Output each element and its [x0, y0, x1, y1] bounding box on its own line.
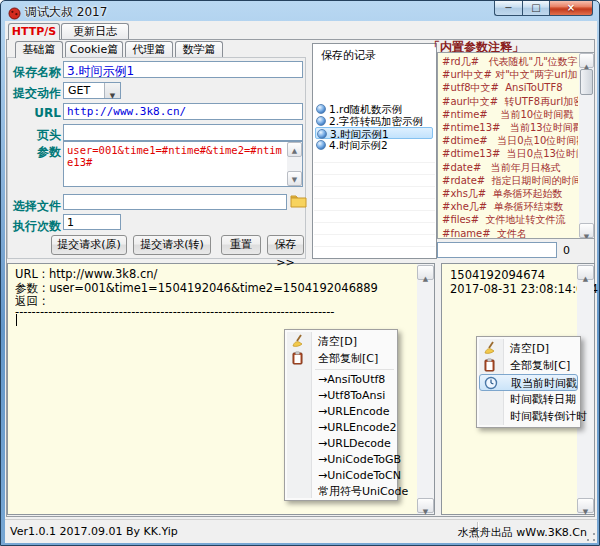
menu-item-unicodetocn[interactable]: →UniCodeToCN	[285, 468, 397, 484]
reference-panel[interactable]: #rd几# 代表随机"几"位数字 #url中文# 对"中文"两字url加密 #u…	[437, 52, 595, 239]
reference-line: #date# 当前年月日格式	[442, 161, 578, 174]
method-select[interactable]: GET	[63, 82, 121, 99]
record-label: 2.字符转码加密示例	[329, 115, 423, 127]
menu-item-urlencode[interactable]: →URLEncode	[285, 404, 397, 420]
url-input[interactable]: http://www.3k8.cn/	[63, 103, 303, 120]
records-empty-rows	[314, 151, 435, 257]
tab-cookie[interactable]: Cookie篇	[65, 41, 123, 57]
tab-basic[interactable]: 基础篇	[15, 41, 63, 58]
scroll-up-icon[interactable]	[577, 265, 594, 280]
reference-line: #aurl中文# 转UTF8再url加密	[442, 95, 578, 108]
save-button[interactable]: 保存>>	[267, 235, 304, 255]
reference-line: #url中文# 对"中文"两字url加密	[442, 68, 578, 81]
submit-raw-button[interactable]: 提交请求(原)	[51, 235, 127, 255]
tab-proxy[interactable]: 代理篇	[125, 41, 173, 57]
menu-item-label: 常用符号UniCode	[318, 485, 408, 498]
status-bar: Ver1.0.1 2017.09.01 By KK.Yip 水煮舟出品 wWw.…	[5, 519, 597, 543]
folder-icon	[290, 194, 307, 208]
scroll-down-icon[interactable]	[417, 498, 434, 513]
clock-icon	[484, 376, 498, 390]
counter-value: 0	[563, 244, 570, 257]
maximize-button[interactable]: □	[522, 1, 549, 16]
menu-item-urldecode[interactable]: →URLDecode	[285, 436, 397, 452]
result-scrollbar[interactable]	[417, 264, 434, 514]
record-item-selected[interactable]: 3.时间示例1	[315, 127, 433, 139]
text-cursor	[16, 314, 17, 326]
record-icon	[317, 129, 327, 139]
counter-input[interactable]	[437, 242, 557, 258]
count-label: 执行次数	[9, 218, 61, 235]
menu-item-label: 全部复制[C]	[318, 352, 378, 365]
menu-item-label: →URLDecode	[318, 437, 391, 450]
record-item[interactable]: 2.字符转码加密示例	[315, 115, 433, 127]
minimize-button[interactable]: −	[494, 1, 522, 16]
reference-line: #dtime# 当日0点10位时间戳	[442, 134, 578, 147]
resize-grip-icon[interactable]	[586, 532, 596, 542]
header-label: 页头	[9, 127, 61, 144]
reference-line: #fname# 文件名	[442, 227, 578, 239]
scroll-up-icon[interactable]	[287, 142, 302, 157]
close-button[interactable]: ×	[549, 1, 593, 16]
menu-item-copy-all[interactable]: 全部复制[C]	[285, 350, 397, 367]
menu-item-utf8toansi[interactable]: →Utf8ToAnsi	[285, 388, 397, 404]
menu-item-clear[interactable]: 清空[D]	[285, 333, 397, 350]
scroll-up-icon[interactable]	[417, 265, 434, 280]
params-textarea[interactable]: user=001&time1=#ntime#&time2=#ntime13#	[63, 141, 303, 187]
clipboard-icon	[291, 351, 305, 365]
menu-item-label: 时间戳转日期	[510, 393, 576, 406]
menu-item-label: 清空[D]	[510, 342, 549, 355]
record-icon	[316, 104, 326, 114]
window-controls: − □ ×	[494, 1, 593, 16]
context-menu-output: 清空[D] 全部复制[C] →AnsiToUtf8 →Utf8ToAnsi →U…	[284, 329, 398, 501]
reference-line: #files# 文件地址转文件流	[442, 213, 578, 226]
reference-scrollbar[interactable]	[579, 53, 594, 238]
menu-item-timestamp-to-date[interactable]: 时间戳转日期	[477, 391, 580, 408]
window-title: 调试大叔 2017	[25, 4, 107, 21]
record-item[interactable]: 4.时间示例2	[315, 139, 433, 151]
menu-item-label: →UniCodeToGB	[318, 453, 401, 466]
tab-https[interactable]: HTTP/S	[8, 23, 60, 40]
save-name-input[interactable]: 3.时间示例1	[63, 61, 303, 78]
count-input[interactable]: 1	[63, 214, 121, 230]
reference-line: #xhs几# 单条循环起始数	[442, 187, 578, 200]
result-params-line: 参数 : user=001&time1=1504192046&time2=150…	[15, 282, 415, 296]
tab-update-log[interactable]: 更新日志	[61, 23, 129, 39]
menu-item-ansitoutf8[interactable]: →AnsiToUtf8	[285, 372, 397, 388]
menu-item-timestamp-countdown[interactable]: 时间戳转倒计时	[477, 408, 580, 425]
browse-file-button[interactable]	[290, 193, 308, 209]
record-item[interactable]: 1.rd随机数示例	[315, 103, 433, 115]
menu-item-clear[interactable]: 清空[D]	[477, 340, 580, 357]
method-value: GET	[68, 84, 90, 97]
menu-item-common-unicode[interactable]: 常用符号UniCode	[285, 484, 397, 500]
reference-line: #rdate# 指定日期时间的时间戳	[442, 174, 578, 187]
scroll-down-icon[interactable]	[287, 171, 302, 186]
scroll-down-icon[interactable]	[579, 223, 594, 238]
menu-item-label: →Utf8ToAnsi	[318, 389, 385, 402]
submit-converted-button[interactable]: 提交请求(转)	[133, 235, 211, 255]
menu-item-get-current-timestamp[interactable]: 取当前时间戳	[479, 374, 578, 391]
menu-item-unicodetogb[interactable]: →UniCodeToGB	[285, 452, 397, 468]
scroll-thumb[interactable]	[580, 69, 593, 95]
chevron-down-icon[interactable]	[104, 83, 120, 98]
menu-item-label: →URLEncode2	[318, 421, 397, 434]
reference-line: #rd几# 代表随机"几"位数字	[442, 55, 578, 68]
menu-item-copy-all[interactable]: 全部复制[C]	[477, 357, 580, 374]
menu-item-label: 时间戳转倒计时	[510, 410, 587, 423]
reference-lines: #rd几# 代表随机"几"位数字 #url中文# 对"中文"两字url加密 #u…	[442, 55, 578, 239]
tab-math[interactable]: 数学篇	[175, 41, 223, 57]
clipboard-icon	[483, 358, 497, 372]
method-label: 提交动作	[9, 85, 61, 102]
params-value: user=001&time1=#ntime#&time2=#ntime13#	[67, 144, 282, 168]
result-url-line: URL : http://www.3k8.cn/	[15, 268, 415, 282]
scroll-up-icon[interactable]	[579, 53, 594, 68]
title-bar[interactable]: 调试大叔 2017 − □ ×	[1, 1, 600, 21]
menu-item-urlencode2[interactable]: →URLEncode2	[285, 420, 397, 436]
reset-button[interactable]: 重置	[221, 235, 261, 255]
app-icon	[8, 5, 21, 18]
params-scrollbar[interactable]	[287, 142, 302, 186]
file-input[interactable]	[63, 194, 287, 210]
broom-icon	[291, 334, 305, 348]
header-input[interactable]	[63, 124, 303, 141]
app-window: 调试大叔 2017 − □ × HTTP/S 更新日志 基础篇 Cookie篇 …	[0, 0, 600, 546]
scroll-down-icon[interactable]	[577, 498, 594, 513]
